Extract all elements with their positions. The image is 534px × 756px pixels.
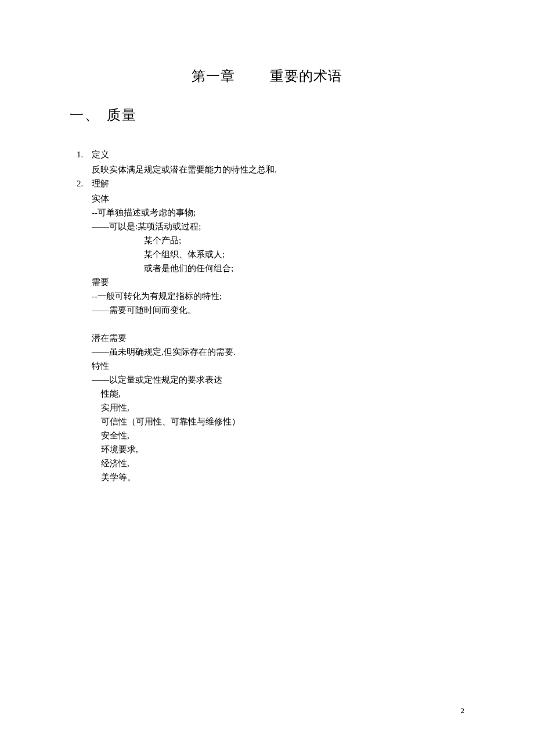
- block-heading: 特性: [70, 359, 464, 373]
- body-text: ——需要可随时间而变化。: [70, 303, 464, 317]
- body-text: ——可以是:某项活动或过程;: [70, 219, 464, 233]
- chapter-name: 重要的术语: [270, 69, 342, 84]
- chapter-title: 第一章重要的术语: [70, 67, 464, 85]
- body-text: 某个产品;: [70, 233, 464, 247]
- body-text: 环境要求,: [70, 442, 464, 456]
- list-item: 1.定义: [70, 147, 464, 161]
- body-text: 可信性（可用性、可靠性与维修性）: [70, 415, 464, 429]
- list-item: 2.理解: [70, 177, 464, 190]
- body-text: 安全性,: [70, 429, 464, 442]
- block-heading: 实体: [70, 192, 464, 206]
- chapter-number: 第一章: [192, 67, 235, 85]
- document-page: 第一章重要的术语 一、质量 1.定义 反映实体满足规定或潜在需要能力的特性之总和…: [0, 0, 534, 484]
- item-number: 2.: [77, 177, 92, 190]
- block-heading: 潜在需要: [70, 331, 464, 345]
- body-text: 性能,: [70, 387, 464, 401]
- blank-line: [70, 317, 464, 331]
- body-text: 美学等。: [70, 470, 464, 484]
- body-text: 经济性,: [70, 456, 464, 470]
- section-number: 一、: [70, 106, 100, 124]
- section-title: 一、质量: [70, 106, 464, 124]
- body-text: --可单独描述或考虑的事物;: [70, 206, 464, 219]
- definition-text: 反映实体满足规定或潜在需要能力的特性之总和.: [70, 163, 464, 177]
- page-number: 2: [461, 706, 465, 715]
- body-text: --一般可转化为有规定指标的特性;: [70, 289, 464, 303]
- body-text: 或者是他们的任何组合;: [70, 261, 464, 275]
- section-name: 质量: [107, 107, 137, 123]
- content-body: 1.定义 反映实体满足规定或潜在需要能力的特性之总和. 2.理解 实体 --可单…: [70, 147, 464, 484]
- body-text: 某个组织、体系或人;: [70, 247, 464, 261]
- item-number: 1.: [77, 147, 92, 161]
- body-text: 实用性,: [70, 401, 464, 415]
- item-label: 定义: [92, 150, 109, 159]
- body-text: ——虽未明确规定,但实际存在的需要.: [70, 345, 464, 359]
- body-text: ——以定量或定性规定的要求表达: [70, 373, 464, 387]
- block-heading: 需要: [70, 275, 464, 289]
- item-label: 理解: [92, 179, 109, 188]
